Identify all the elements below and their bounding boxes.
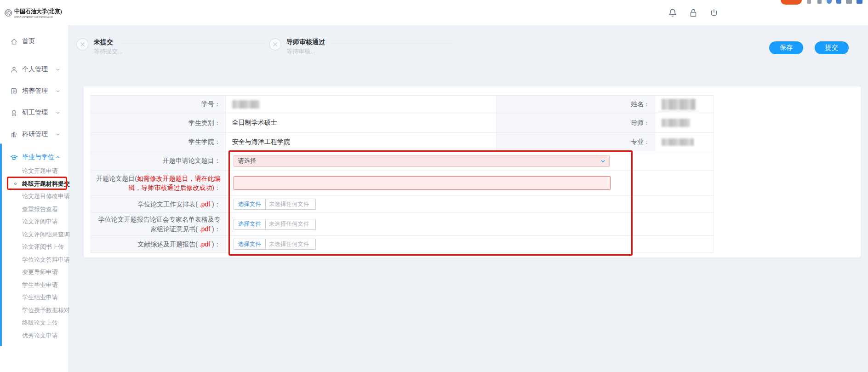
step-connector-line [330, 44, 453, 44]
file-expert-control: 选择文件 未选择任何文件 [234, 219, 316, 230]
file-arrangement-label: 学位论文工作安排表( .pdf )： [91, 196, 226, 213]
step-2-title: 导师审核通过 [286, 38, 325, 46]
file-expert-cell: 选择文件 未选择任何文件 [226, 213, 714, 236]
pdf-ext: .pdf [200, 200, 210, 208]
sidebar-item-home[interactable]: 首页 [0, 36, 68, 46]
topbar [68, 0, 868, 25]
overlay-icon [827, 0, 832, 4]
file-review-control: 选择文件 未选择任何文件 [234, 239, 316, 250]
overlay-icon [846, 0, 852, 4]
step-1-title: 未提交 [94, 38, 113, 46]
chevron-down-icon [55, 67, 61, 72]
name-value [655, 96, 714, 113]
sidebar-item-graduation-degree[interactable]: 毕业与学位 [0, 152, 68, 162]
student-type-label: 学生类别： [91, 113, 226, 133]
university-name-cn: 中国石油大学(北京) [14, 7, 62, 16]
table-row: 开题申请论文题目： 请选择 [91, 151, 714, 171]
table-row: 文献综述及开题报告( .pdf )： 选择文件 未选择任何文件 [91, 236, 714, 253]
submenu-item-thesis-proposal[interactable]: 论文开题申请 [0, 165, 68, 177]
redacted-value [662, 119, 690, 127]
file-review-label: 文献综述及开题报告( .pdf )： [91, 236, 226, 253]
submit-button[interactable]: 提交 [815, 41, 849, 54]
table-row: 学号： 姓名： [91, 96, 714, 113]
submenu-item-final-thesis-upload[interactable]: 终版论文上传 [0, 316, 68, 329]
step-connector-line [120, 44, 266, 44]
research-icon [10, 131, 18, 138]
overlay-icon [836, 0, 841, 4]
supervisor-value [655, 113, 714, 133]
step-2-subtitle: 等待审核... [286, 47, 315, 56]
step-status-icon [269, 38, 281, 51]
lock-icon[interactable] [688, 8, 698, 18]
choose-file-button[interactable]: 选择文件 [234, 199, 266, 210]
submenu-item-completion-apply[interactable]: 学生结业申请 [0, 291, 68, 304]
sidebar-item-label: 毕业与学位 [22, 153, 54, 161]
table-row: 学位论文工作安排表( .pdf )： 选择文件 未选择任何文件 [91, 196, 714, 213]
overlay-icon [807, 0, 811, 4]
redacted-value [662, 99, 696, 110]
submenu-item-title-change[interactable]: 论文题目修改申请 [0, 190, 68, 203]
sidebar-item-graduate-work[interactable]: 研工管理 [0, 108, 68, 118]
college-value: 安全与海洋工程学院 [226, 133, 497, 151]
topic-select-label: 开题申请论文题目： [91, 151, 226, 171]
sidebar: 中国石油大学(北京) CHINA UNIVERSITY OF PETROLEUM… [0, 0, 68, 372]
submenu-item-change-supervisor[interactable]: 变更导师申请 [0, 266, 68, 279]
sidebar-item-training[interactable]: 培养管理 [0, 86, 68, 96]
submenu-item-review-apply[interactable]: 论文评阅申请 [0, 215, 68, 228]
submenu-item-degree-data-check[interactable]: 学位授予数据核对 [0, 304, 68, 317]
chevron-down-icon [600, 158, 606, 164]
bell-icon[interactable] [668, 8, 678, 18]
graduation-submenu: 论文开题申请 终版开题材料提交 论文题目修改申请 查重报告查看 论文评阅申请 论… [0, 165, 68, 342]
file-expert-label: 学位论文开题报告论证会专家名单表格及专家组论证意见书( .pdf )： [91, 213, 226, 236]
sidebar-item-label: 首页 [22, 37, 35, 46]
step-status-icon [76, 38, 89, 51]
save-button[interactable]: 保存 [769, 41, 803, 54]
student-id-value [226, 96, 497, 113]
step-1-subtitle: 等待提交... [94, 47, 123, 56]
table-row: 学生学院： 安全与海洋工程学院 专业： [91, 133, 714, 151]
home-icon [10, 38, 18, 46]
redacted-value [232, 100, 260, 109]
sidebar-item-personal[interactable]: 个人管理 [0, 64, 68, 74]
sidebar-scrollbar[interactable] [0, 143, 2, 346]
topic-select-placeholder: 请选择 [238, 157, 256, 165]
overlay-logo-icon [781, 0, 802, 5]
sidebar-item-label: 个人管理 [22, 65, 48, 74]
choose-file-button[interactable]: 选择文件 [234, 219, 266, 230]
power-icon[interactable] [709, 8, 719, 18]
submenu-item-defense-apply[interactable]: 学位论文答辩申请 [0, 253, 68, 266]
user-icon [10, 66, 18, 74]
topic-edit-input[interactable] [234, 176, 611, 190]
overlay-icon [857, 0, 862, 4]
sidebar-item-label: 培养管理 [22, 87, 48, 95]
sidebar-item-label: 科研管理 [22, 130, 48, 138]
document-icon [10, 87, 18, 95]
sidebar-item-research[interactable]: 科研管理 [0, 129, 68, 139]
name-label: 姓名： [497, 96, 655, 113]
submenu-item-excellent-thesis[interactable]: 优秀论文申请 [0, 329, 68, 342]
table-row: 开题论文题目(如需修改开题题目，请在此编辑，导师审核通过后修改成功)： [91, 171, 714, 196]
medal-icon [10, 109, 18, 117]
submenu-item-final-proposal-materials[interactable]: 终版开题材料提交 [0, 177, 68, 190]
active-bullet-icon [14, 183, 17, 185]
topic-edit-cell [226, 171, 714, 196]
choose-file-button[interactable]: 选择文件 [234, 239, 266, 250]
chevron-down-icon [55, 132, 61, 137]
student-form-table: 学号： 姓名： 学生类别： 全日制学术硕士 导师： 学生学院： 安全与海洋工程学… [91, 95, 714, 253]
graduation-cap-icon [10, 154, 18, 161]
file-name-placeholder: 未选择任何文件 [265, 219, 316, 230]
submenu-item-graduation-apply[interactable]: 学生毕业申请 [0, 279, 68, 292]
university-logo: 中国石油大学(北京) CHINA UNIVERSITY OF PETROLEUM [5, 6, 66, 19]
topic-edit-label: 开题论文题目(如需修改开题题目，请在此编辑，导师审核通过后修改成功)： [91, 171, 226, 196]
chevron-down-icon [55, 88, 61, 94]
overlay-icon [817, 0, 822, 4]
topic-select-dropdown[interactable]: 请选择 [234, 155, 610, 167]
university-emblem-icon [5, 6, 12, 19]
file-arrangement-cell: 选择文件 未选择任何文件 [226, 196, 714, 213]
file-name-placeholder: 未选择任何文件 [265, 199, 316, 210]
submenu-item-plagiarism-report[interactable]: 查重报告查看 [0, 203, 68, 216]
topic-edit-label-warning: 如需修改开题题目，请在此编辑，导师审核通过后修改成功) [128, 175, 221, 191]
submenu-item-review-upload[interactable]: 论文评阅书上传 [0, 240, 68, 253]
submenu-item-review-result[interactable]: 论文评阅结果查询 [0, 228, 68, 241]
table-row: 学生类别： 全日制学术硕士 导师： [91, 113, 714, 133]
